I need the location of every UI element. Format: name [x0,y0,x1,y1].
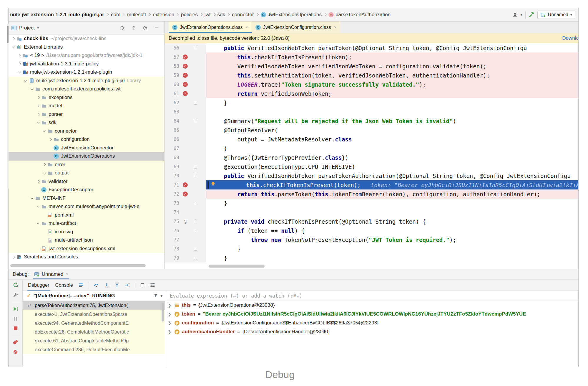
locate-file-icon[interactable] [118,25,127,30]
project-tree-row[interactable]: <>jwt-extension-descriptions.xml [9,245,164,253]
project-tree-row[interactable]: < 19 >/Users/anupam.gogoi.br/softwares/j… [9,51,164,60]
project-tree-row[interactable]: Scratches and Consoles [9,253,164,261]
close-icon[interactable]: × [245,25,248,30]
step-out-icon[interactable] [114,282,120,288]
fold-marker-icon[interactable] [191,220,200,223]
project-tree-row[interactable]: sdk [9,118,164,127]
close-icon[interactable]: × [334,25,337,30]
breakpoint-icon[interactable]: ✓ [179,73,191,78]
fold-marker-icon[interactable] [191,201,200,205]
code-line[interactable]: 78 } [165,244,578,253]
code-line[interactable]: 56 public VerifiedJsonWebToken parseToke… [165,43,578,52]
code-line[interactable]: 74 [165,208,578,217]
hide-panel-icon[interactable] [152,25,161,30]
project-tree-row[interactable]: <>pom.xml [9,211,164,220]
project-tree-row[interactable]: mule-jwt-extension-1.2.1-mule-plugin [9,68,164,77]
breadcrumb-item[interactable]: extension [153,12,174,18]
project-tree-row[interactable]: CExceptionDescriptor [9,186,164,194]
project-tree-row[interactable]: jwt-validation-1.3.1-mule-policy [9,60,164,68]
editor-tab[interactable]: CJwtExtensionConfiguration.class× [252,22,340,33]
code-line[interactable]: 73 } [165,199,578,208]
pause-icon[interactable] [13,316,18,321]
settings-wrench-icon[interactable] [13,292,18,298]
stop-icon[interactable] [13,326,18,331]
evaluate-expression-icon[interactable] [140,283,145,288]
tree-chevron-icon[interactable] [29,198,34,199]
variable-row[interactable]: ❯pauthenticationHandler={DefaultAuthenti… [165,327,578,336]
project-tree-row[interactable]: check-libs~/projects/java/check-libs [9,34,164,43]
expand-chevron-icon[interactable]: ❯ [168,321,172,325]
breadcrumb-item[interactable]: mule-jwt-extension-1.2.1-mule-plugin.jar [10,12,104,18]
thread-caret-icon[interactable]: ▾ [161,294,162,298]
fold-marker-icon[interactable] [191,101,200,105]
tree-chevron-icon[interactable] [42,164,47,166]
code-line[interactable]: 75@ private void checkIfTokenIsPresent(@… [165,217,578,226]
evaluate-expression-input[interactable]: Evaluate expression (↵) or add a watch (… [165,291,578,301]
code-line[interactable]: 79 } [165,253,578,263]
code-line[interactable]: 65 @OutputResolver( [165,126,578,135]
fold-marker-icon[interactable] [191,256,200,260]
tree-chevron-icon[interactable] [36,122,41,123]
variable-row[interactable]: ❯pconfiguration={JwtExtensionConfigurati… [165,319,578,327]
step-over-icon[interactable] [94,282,99,288]
fold-marker-icon[interactable] [191,229,200,232]
project-tree-row[interactable]: output [9,169,164,177]
rerun-icon[interactable] [13,282,19,288]
project-tree-row[interactable]: exceptions [9,93,164,102]
stack-frame[interactable]: execute:94, GeneratedMethodComponentE [23,319,165,327]
tree-chevron-icon[interactable] [29,88,34,90]
stack-frame[interactable]: execute:61, AbstractCompletableMethodOp [23,336,165,345]
fold-marker-icon[interactable] [191,119,200,123]
project-title-caret-icon[interactable]: ▾ [37,26,39,30]
breakpoint-icon[interactable]: ✓ [179,64,191,69]
project-tree-row[interactable]: connector [9,127,164,136]
code-line[interactable]: 63 [165,107,578,116]
fold-marker-icon[interactable] [191,165,200,169]
variable-row[interactable]: ❯ptoken="Bearer eyJhbGciOiJSUzI1NiIsInR5… [165,310,578,319]
debug-session-tab[interactable]: Unnamed × [33,269,69,279]
tree-chevron-icon[interactable] [11,38,16,40]
tree-chevron-icon[interactable] [17,72,22,73]
code-line[interactable]: 72✓ return this.parseToken(this.tokenFro… [165,189,578,199]
stack-frame[interactable]: doExecute:26, CompletableMethodOperatic [23,327,165,336]
breadcrumb-item[interactable]: com [111,12,120,18]
mute-breakpoints-icon[interactable] [13,349,18,355]
editor-tab[interactable]: CJwtExtensionOperations.class× [169,22,252,33]
breadcrumb-item[interactable]: jwt [205,12,211,18]
debug-tab-debugger[interactable]: Debugger [27,281,50,289]
code-line[interactable]: 62 } [165,98,578,107]
intention-bulb-icon[interactable] [210,181,216,188]
code-editor[interactable]: 56 public VerifiedJsonWebToken parseToke… [165,43,578,269]
run-to-cursor-icon[interactable] [124,282,130,288]
tree-chevron-icon[interactable] [23,80,28,81]
project-tree-row[interactable]: {}mule-artifact.json [9,236,164,245]
project-tree-row[interactable]: External Libraries [9,43,164,52]
code-line[interactable]: 76 if (token == null) { [165,226,578,235]
project-tree-row[interactable]: error [9,161,164,169]
tree-chevron-icon[interactable] [42,131,47,132]
run-configuration-select[interactable]: Unnamed ▾ [537,11,575,19]
fold-marker-icon[interactable] [191,46,200,50]
tree-chevron-icon[interactable] [36,105,41,107]
code-line[interactable]: 71✓ this.checkIfTokenIsPresent(token); t… [165,180,578,189]
code-line[interactable]: 57✓ this.checkIfTokenIsPresent(token); [165,52,578,62]
project-tree-row[interactable]: configuration [9,135,164,144]
code-line[interactable]: 58✓ VerifiedJsonWebToken verifiedJsonWeb… [165,62,578,71]
project-horizontal-scrollbar[interactable] [10,264,161,267]
page-scrollbar[interactable] [7,24,9,189]
breakpoint-icon[interactable]: ✓ [179,82,191,87]
project-tree-row[interactable]: com.mulesoft.extension.policies.jwt [9,85,164,93]
tree-chevron-icon[interactable] [11,47,16,48]
user-icon[interactable] [512,12,518,17]
frames-vertical-scrollbar[interactable] [162,303,164,321]
breadcrumb-item[interactable]: mparseTokenAuthorization [328,12,391,18]
project-panel-title[interactable]: Project [19,25,35,31]
tree-chevron-icon[interactable] [36,223,41,224]
user-caret-icon[interactable]: ▾ [521,13,522,17]
tree-chevron-icon[interactable] [36,96,41,98]
code-line[interactable]: 66 output = JwtMetadataResolver.class [165,135,578,144]
tree-chevron-icon[interactable] [17,55,22,57]
code-line[interactable]: 60✓ LOGGER.trace("Token signature succes… [165,80,578,89]
stack-frame[interactable]: executeCommand:236, DefaultExecutionMe [23,345,165,354]
debug-tab-console[interactable]: Console [54,281,74,289]
